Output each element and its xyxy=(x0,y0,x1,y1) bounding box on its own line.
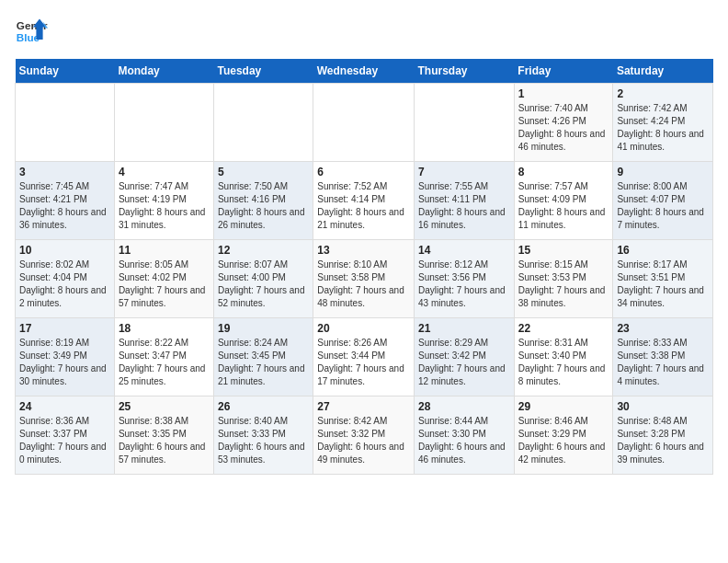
day-number: 10 xyxy=(19,244,110,257)
calendar-cell: 9Sunrise: 8:00 AM Sunset: 4:07 PM Daylig… xyxy=(613,162,713,240)
day-info: Sunrise: 8:12 AM Sunset: 3:56 PM Dayligh… xyxy=(418,259,510,310)
calendar-cell xyxy=(313,84,415,162)
weekday-header-tuesday: Tuesday xyxy=(213,59,313,84)
calendar-cell: 14Sunrise: 8:12 AM Sunset: 3:56 PM Dayli… xyxy=(415,240,515,318)
calendar-cell: 4Sunrise: 7:47 AM Sunset: 4:19 PM Daylig… xyxy=(114,162,213,240)
calendar-cell: 29Sunrise: 8:46 AM Sunset: 3:29 PM Dayli… xyxy=(514,396,613,475)
weekday-header-sunday: Sunday xyxy=(16,59,115,84)
calendar-cell: 15Sunrise: 8:15 AM Sunset: 3:53 PM Dayli… xyxy=(514,240,613,318)
day-info: Sunrise: 8:02 AM Sunset: 4:04 PM Dayligh… xyxy=(19,259,110,310)
day-info: Sunrise: 8:26 AM Sunset: 3:44 PM Dayligh… xyxy=(317,337,410,388)
day-info: Sunrise: 8:31 AM Sunset: 3:40 PM Dayligh… xyxy=(518,337,609,388)
calendar-week-4: 17Sunrise: 8:19 AM Sunset: 3:49 PM Dayli… xyxy=(16,318,713,396)
calendar-week-1: 1Sunrise: 7:40 AM Sunset: 4:26 PM Daylig… xyxy=(16,84,713,162)
logo: General Blue xyxy=(15,15,48,48)
weekday-header-thursday: Thursday xyxy=(415,59,515,84)
day-number: 27 xyxy=(317,400,410,413)
day-info: Sunrise: 7:57 AM Sunset: 4:09 PM Dayligh… xyxy=(518,180,609,232)
day-number: 13 xyxy=(317,244,410,257)
day-number: 7 xyxy=(418,166,510,178)
day-number: 22 xyxy=(518,322,609,335)
day-info: Sunrise: 8:22 AM Sunset: 3:47 PM Dayligh… xyxy=(119,337,210,388)
day-info: Sunrise: 7:50 AM Sunset: 4:16 PM Dayligh… xyxy=(218,180,309,232)
day-number: 5 xyxy=(218,166,309,178)
day-number: 2 xyxy=(617,87,709,100)
calendar-cell: 30Sunrise: 8:48 AM Sunset: 3:28 PM Dayli… xyxy=(613,396,713,475)
calendar-cell: 6Sunrise: 7:52 AM Sunset: 4:14 PM Daylig… xyxy=(313,162,415,240)
weekday-header-friday: Friday xyxy=(514,59,613,84)
calendar-cell: 3Sunrise: 7:45 AM Sunset: 4:21 PM Daylig… xyxy=(16,162,115,240)
calendar-cell xyxy=(16,84,115,162)
calendar-cell: 5Sunrise: 7:50 AM Sunset: 4:16 PM Daylig… xyxy=(213,162,313,240)
day-number: 17 xyxy=(19,322,110,335)
day-info: Sunrise: 8:44 AM Sunset: 3:30 PM Dayligh… xyxy=(418,415,510,466)
day-info: Sunrise: 7:45 AM Sunset: 4:21 PM Dayligh… xyxy=(19,180,110,232)
calendar-cell: 21Sunrise: 8:29 AM Sunset: 3:42 PM Dayli… xyxy=(415,318,515,396)
calendar-week-5: 24Sunrise: 8:36 AM Sunset: 3:37 PM Dayli… xyxy=(16,396,713,475)
calendar-cell: 20Sunrise: 8:26 AM Sunset: 3:44 PM Dayli… xyxy=(313,318,415,396)
day-number: 30 xyxy=(617,400,709,413)
calendar-week-3: 10Sunrise: 8:02 AM Sunset: 4:04 PM Dayli… xyxy=(16,240,713,318)
calendar-cell: 1Sunrise: 7:40 AM Sunset: 4:26 PM Daylig… xyxy=(514,84,613,162)
main-container: General Blue SundayMondayTuesdayWednesda… xyxy=(0,0,728,482)
logo-icon: General Blue xyxy=(15,15,48,48)
calendar-cell: 27Sunrise: 8:42 AM Sunset: 3:32 PM Dayli… xyxy=(313,396,415,475)
weekday-header-monday: Monday xyxy=(114,59,213,84)
day-info: Sunrise: 8:19 AM Sunset: 3:49 PM Dayligh… xyxy=(19,337,110,388)
day-info: Sunrise: 8:29 AM Sunset: 3:42 PM Dayligh… xyxy=(418,337,510,388)
day-info: Sunrise: 7:47 AM Sunset: 4:19 PM Dayligh… xyxy=(119,180,210,232)
day-number: 21 xyxy=(418,322,510,335)
day-info: Sunrise: 8:36 AM Sunset: 3:37 PM Dayligh… xyxy=(19,415,110,466)
day-number: 12 xyxy=(218,244,309,257)
day-number: 29 xyxy=(518,400,609,413)
calendar-cell: 13Sunrise: 8:10 AM Sunset: 3:58 PM Dayli… xyxy=(313,240,415,318)
calendar-cell: 10Sunrise: 8:02 AM Sunset: 4:04 PM Dayli… xyxy=(16,240,115,318)
day-info: Sunrise: 8:07 AM Sunset: 4:00 PM Dayligh… xyxy=(218,259,309,310)
day-number: 8 xyxy=(518,166,609,178)
calendar-cell: 24Sunrise: 8:36 AM Sunset: 3:37 PM Dayli… xyxy=(16,396,115,475)
day-info: Sunrise: 8:10 AM Sunset: 3:58 PM Dayligh… xyxy=(317,259,410,310)
weekday-header-saturday: Saturday xyxy=(613,59,713,84)
day-info: Sunrise: 8:40 AM Sunset: 3:33 PM Dayligh… xyxy=(218,415,309,466)
day-number: 14 xyxy=(418,244,510,257)
calendar-cell: 8Sunrise: 7:57 AM Sunset: 4:09 PM Daylig… xyxy=(514,162,613,240)
day-info: Sunrise: 8:48 AM Sunset: 3:28 PM Dayligh… xyxy=(617,415,709,466)
day-number: 25 xyxy=(119,400,210,413)
day-number: 26 xyxy=(218,400,309,413)
day-info: Sunrise: 8:46 AM Sunset: 3:29 PM Dayligh… xyxy=(518,415,609,466)
day-info: Sunrise: 8:33 AM Sunset: 3:38 PM Dayligh… xyxy=(617,337,709,388)
calendar-cell: 11Sunrise: 8:05 AM Sunset: 4:02 PM Dayli… xyxy=(114,240,213,318)
header: General Blue xyxy=(15,15,713,48)
day-number: 11 xyxy=(119,244,210,257)
day-number: 20 xyxy=(317,322,410,335)
day-info: Sunrise: 8:42 AM Sunset: 3:32 PM Dayligh… xyxy=(317,415,410,466)
day-info: Sunrise: 8:15 AM Sunset: 3:53 PM Dayligh… xyxy=(518,259,609,310)
day-number: 6 xyxy=(317,166,410,178)
day-number: 16 xyxy=(617,244,709,257)
day-number: 23 xyxy=(617,322,709,335)
day-number: 3 xyxy=(19,166,110,178)
day-number: 4 xyxy=(119,166,210,178)
day-info: Sunrise: 7:52 AM Sunset: 4:14 PM Dayligh… xyxy=(317,180,410,232)
calendar-cell: 19Sunrise: 8:24 AM Sunset: 3:45 PM Dayli… xyxy=(213,318,313,396)
header-row: SundayMondayTuesdayWednesdayThursdayFrid… xyxy=(16,59,713,84)
day-number: 28 xyxy=(418,400,510,413)
calendar-cell: 25Sunrise: 8:38 AM Sunset: 3:35 PM Dayli… xyxy=(114,396,213,475)
day-number: 24 xyxy=(19,400,110,413)
day-info: Sunrise: 8:38 AM Sunset: 3:35 PM Dayligh… xyxy=(119,415,210,466)
day-info: Sunrise: 8:05 AM Sunset: 4:02 PM Dayligh… xyxy=(119,259,210,310)
calendar-cell: 12Sunrise: 8:07 AM Sunset: 4:00 PM Dayli… xyxy=(213,240,313,318)
day-info: Sunrise: 8:00 AM Sunset: 4:07 PM Dayligh… xyxy=(617,180,709,232)
day-info: Sunrise: 8:17 AM Sunset: 3:51 PM Dayligh… xyxy=(617,259,709,310)
day-info: Sunrise: 7:42 AM Sunset: 4:24 PM Dayligh… xyxy=(617,102,709,154)
day-number: 9 xyxy=(617,166,709,178)
calendar-cell: 18Sunrise: 8:22 AM Sunset: 3:47 PM Dayli… xyxy=(114,318,213,396)
day-number: 15 xyxy=(518,244,609,257)
calendar-cell: 28Sunrise: 8:44 AM Sunset: 3:30 PM Dayli… xyxy=(415,396,515,475)
calendar-cell: 2Sunrise: 7:42 AM Sunset: 4:24 PM Daylig… xyxy=(613,84,713,162)
calendar-cell: 22Sunrise: 8:31 AM Sunset: 3:40 PM Dayli… xyxy=(514,318,613,396)
calendar-table: SundayMondayTuesdayWednesdayThursdayFrid… xyxy=(15,59,713,475)
calendar-cell: 26Sunrise: 8:40 AM Sunset: 3:33 PM Dayli… xyxy=(213,396,313,475)
calendar-cell xyxy=(114,84,213,162)
calendar-cell: 7Sunrise: 7:55 AM Sunset: 4:11 PM Daylig… xyxy=(415,162,515,240)
